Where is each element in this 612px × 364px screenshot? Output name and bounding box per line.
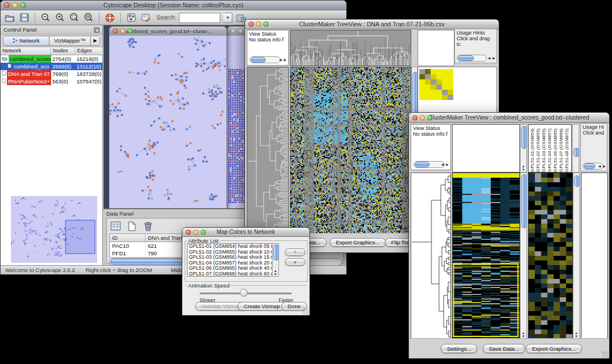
scrollbar-arrows-icon[interactable]: ◀ ▶ (279, 57, 287, 63)
minimize-icon[interactable] (193, 229, 198, 235)
column-label[interactable]: GPL51-02 (GSM855) (536, 125, 541, 172)
scrollbar-thumb[interactable] (415, 162, 430, 167)
zoom-fit-icon[interactable] (83, 12, 94, 24)
move-down-button[interactable]: v (285, 258, 305, 266)
scrollbar-arrows-icon[interactable]: ▲▼ (273, 269, 278, 276)
treeview1-row-dendrogram[interactable] (247, 67, 289, 233)
close-icon[interactable] (113, 29, 118, 34)
zoom-window-icon[interactable] (20, 2, 26, 8)
attribute-select-icon[interactable] (109, 220, 122, 232)
save-session-icon[interactable] (18, 12, 30, 24)
heatmap-canvas[interactable] (290, 67, 411, 233)
column-dendrogram-canvas[interactable] (290, 30, 411, 66)
birdseye-canvas[interactable] (11, 196, 97, 263)
column-label[interactable]: GPL51-06 (GSM865) (553, 125, 559, 172)
treeview2-collabel-vscrollbar[interactable] (572, 124, 579, 173)
resize-grip[interactable] (303, 308, 309, 315)
network-table-header-cell[interactable]: Network (1, 47, 51, 55)
treeview2-zoom-vscrollbar[interactable]: ▲▼ (573, 173, 580, 339)
column-label[interactable]: GPL51-03 (GSM856) (541, 125, 547, 172)
network-table-row[interactable]: combined_scores 2764(0) 16218(0) (1, 55, 102, 63)
close-icon[interactable] (248, 22, 254, 27)
column-label[interactable]: GPL51-07 (GSM868) (559, 125, 564, 172)
minimize-icon[interactable] (120, 29, 125, 34)
zoom-out-icon[interactable] (40, 12, 51, 24)
scrollbar-thumb[interactable] (521, 174, 527, 228)
treeview2-heatmap-vscrollbar[interactable]: ▲▼ (520, 173, 527, 339)
scrollbar-arrows-icon[interactable]: ▲▼ (521, 331, 526, 338)
scrollbar-thumb[interactable] (573, 148, 579, 157)
zoom-in-icon[interactable] (54, 12, 66, 24)
minimize-icon[interactable] (12, 2, 18, 8)
attribute-list[interactable]: GPL51-01 (GSM854) heat shock 05 minGPL51… (187, 243, 279, 277)
help-lifesaver-icon[interactable] (104, 12, 116, 24)
close-icon[interactable] (231, 29, 236, 34)
scrollbar-thumb[interactable] (574, 175, 580, 187)
similarity-matrix-canvas[interactable] (419, 69, 453, 100)
search-dropdown-icon[interactable]: ▼ (223, 13, 232, 23)
new-attribute-icon[interactable] (125, 220, 138, 232)
birdseye-view[interactable] (11, 196, 97, 263)
minimize-icon[interactable] (420, 115, 425, 120)
zoom-window-icon[interactable] (427, 115, 433, 120)
column-label[interactable] (419, 30, 425, 66)
network-table-header-cell[interactable]: Edges (75, 47, 103, 55)
column-label[interactable] (425, 30, 431, 66)
minimize-icon[interactable] (238, 29, 243, 34)
zoom-heatmap-canvas[interactable] (529, 173, 572, 339)
network-view1-body[interactable] (109, 36, 227, 208)
attribute-list-vscrollbar[interactable]: ▲▼ (272, 243, 279, 277)
treeview2-global-dendrogram-area[interactable] (452, 124, 520, 173)
attribute-list-item[interactable]: GPL51-07 (GSM868) heat shock 60 min (189, 271, 278, 277)
usage-hints-hscrollbar[interactable] (457, 55, 487, 62)
network-table-row[interactable]: combined_sco 2569(6) 13112(15) (1, 63, 102, 70)
treeview2-button[interactable]: Save Data... (483, 344, 525, 353)
treeview1-titlebar[interactable]: ClusterMaker TreeView : DNA and Tran 07-… (245, 20, 499, 29)
treeview2-top-vscrollbar[interactable]: ▲▼ (520, 124, 527, 173)
treeview1-button[interactable]: Export Graphics... (330, 238, 386, 247)
treeview2-zoom-heatmap[interactable] (528, 173, 573, 339)
scrollbar-arrows-icon[interactable]: ◀ ▶ (488, 55, 496, 61)
close-icon[interactable] (4, 2, 10, 8)
vizmapper-icon[interactable] (125, 12, 137, 24)
tab-network[interactable]: Network (3, 36, 49, 45)
attribute-column-header[interactable]: ID (110, 234, 146, 242)
scrollbar-thumb[interactable] (251, 57, 266, 63)
column-label[interactable]: GPL51-08 (GSM872) (564, 125, 570, 172)
treeview2-button[interactable]: Settings... (441, 344, 477, 353)
view-status-hscrollbar[interactable] (414, 161, 445, 168)
window-controls[interactable] (4, 2, 26, 8)
move-up-button[interactable]: ^ (285, 248, 305, 256)
treeview2-heatmap[interactable] (452, 173, 520, 339)
network-table-header-cell[interactable]: Nodes (51, 47, 75, 55)
close-icon[interactable] (412, 115, 418, 120)
column-label[interactable] (448, 30, 454, 66)
delete-attribute-trash-icon[interactable] (141, 220, 154, 232)
scrollbar-thumb[interactable] (458, 55, 474, 61)
zoom-window-icon[interactable] (263, 22, 269, 27)
slider-thumb[interactable] (240, 289, 248, 297)
dialog-titlebar[interactable]: Map Colors to Network (182, 228, 309, 237)
open-file-icon[interactable] (4, 12, 16, 24)
column-label[interactable]: GPL51-04 (GSM857) (547, 125, 553, 172)
treeview2-button[interactable]: Export Graphics... (526, 344, 582, 353)
column-label[interactable] (431, 30, 437, 66)
zoom-window-icon[interactable] (128, 29, 133, 34)
treeview2-row-dendrogram[interactable] (411, 173, 451, 339)
column-label[interactable] (442, 30, 448, 66)
search-input[interactable] (179, 13, 220, 23)
zoom-selected-region-icon[interactable] (68, 12, 80, 24)
view-status-hscrollbar[interactable] (250, 56, 281, 63)
column-label[interactable] (437, 30, 442, 66)
float-panel-icon[interactable] (94, 27, 100, 33)
scrollbar-arrows-icon[interactable]: ◀ ▶ (441, 162, 449, 167)
network-table-row[interactable]: DNA and Tran 07 769(0) 183728(0) (1, 70, 102, 78)
minimize-icon[interactable] (256, 22, 261, 27)
treeview1-column-dendrogram[interactable] (290, 30, 411, 66)
main-titlebar[interactable]: Cytoscape Desktop (Session Name: collins… (1, 1, 346, 10)
scrollbar-arrows-icon[interactable]: ▲▼ (521, 164, 526, 171)
network-window-foreground[interactable]: combined_scores_good.txt--cluste... (109, 26, 227, 209)
row-dendrogram-canvas[interactable] (247, 67, 288, 233)
treeview1-heatmap[interactable] (290, 67, 411, 233)
network-view1-canvas[interactable] (109, 36, 225, 207)
